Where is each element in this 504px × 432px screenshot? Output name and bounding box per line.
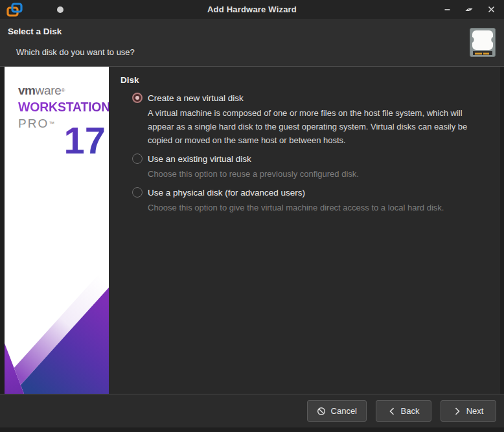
close-button[interactable] <box>483 2 499 17</box>
unmaximize-icon <box>465 6 473 14</box>
main-area: vmware® WORKSTATION PRO™ 17 <box>0 67 504 394</box>
wizard-header: Select a Disk Which disk do you want to … <box>0 19 504 67</box>
radio-button[interactable] <box>132 153 143 164</box>
window-controls <box>439 0 499 19</box>
back-button[interactable]: Back <box>376 400 431 422</box>
window-title: Add Hardware Wizard <box>0 5 504 14</box>
add-hardware-wizard-window: Add Hardware Wizard Select a Disk Which … <box>0 0 504 432</box>
option-use-physical-disk: Use a physical disk (for advanced users)… <box>120 187 491 214</box>
titlebar-dot-icon <box>57 6 63 13</box>
section-title: Disk <box>120 75 491 85</box>
chevron-right-icon <box>453 407 461 416</box>
radio-row-create-new-virtual-disk[interactable]: Create a new virtual disk <box>132 93 491 103</box>
option-description: Choose this option to give the virtual m… <box>148 201 490 214</box>
wizard-footer: Cancel Back Next <box>0 394 504 427</box>
radio-button[interactable] <box>132 93 143 103</box>
option-description: Choose this option to reuse a previously… <box>148 167 490 181</box>
radio-row-use-physical-disk[interactable]: Use a physical disk (for advanced users) <box>132 187 491 198</box>
cancel-button[interactable]: Cancel <box>307 400 367 422</box>
titlebar: Add Hardware Wizard <box>0 0 504 19</box>
option-label: Create a new virtual disk <box>148 93 244 103</box>
back-label: Back <box>401 406 420 416</box>
cancel-label: Cancel <box>331 406 357 416</box>
prohibition-icon <box>317 407 326 416</box>
option-use-existing-virtual-disk: Use an existing virtual disk Choose this… <box>120 153 491 181</box>
close-icon <box>488 6 495 13</box>
vmware-wordmark: vmware® <box>18 83 109 98</box>
next-button[interactable]: Next <box>441 400 496 422</box>
minus-icon <box>444 6 451 13</box>
page-subtitle: Which disk do you want to use? <box>16 47 135 57</box>
vmware-brand-sidebar: vmware® WORKSTATION PRO™ 17 <box>5 67 109 394</box>
radio-button[interactable] <box>132 187 143 198</box>
radio-row-use-existing-virtual-disk[interactable]: Use an existing virtual disk <box>132 153 491 164</box>
page-title: Select a Disk <box>8 27 62 36</box>
option-label: Use a physical disk (for advanced users) <box>148 188 305 198</box>
option-description: A virtual machine is composed of one or … <box>148 106 490 147</box>
minimize-button[interactable] <box>439 2 455 17</box>
window-bottom-border <box>0 427 504 432</box>
chevron-left-icon <box>388 407 396 416</box>
option-create-new-virtual-disk: Create a new virtual disk A virtual mach… <box>120 93 491 147</box>
sidebar-ribbon-graphic <box>5 258 109 394</box>
next-label: Next <box>466 406 484 416</box>
vmware-brand-block: vmware® WORKSTATION PRO™ 17 <box>5 67 109 159</box>
disk-options-panel: Disk Create a new virtual disk A virtual… <box>109 67 500 394</box>
restore-button[interactable] <box>461 2 477 17</box>
hard-disk-icon <box>470 28 496 57</box>
vmware-workstation-logo-icon <box>6 3 23 17</box>
option-label: Use an existing virtual disk <box>148 154 251 164</box>
workstation-wordmark: WORKSTATION <box>18 98 109 115</box>
